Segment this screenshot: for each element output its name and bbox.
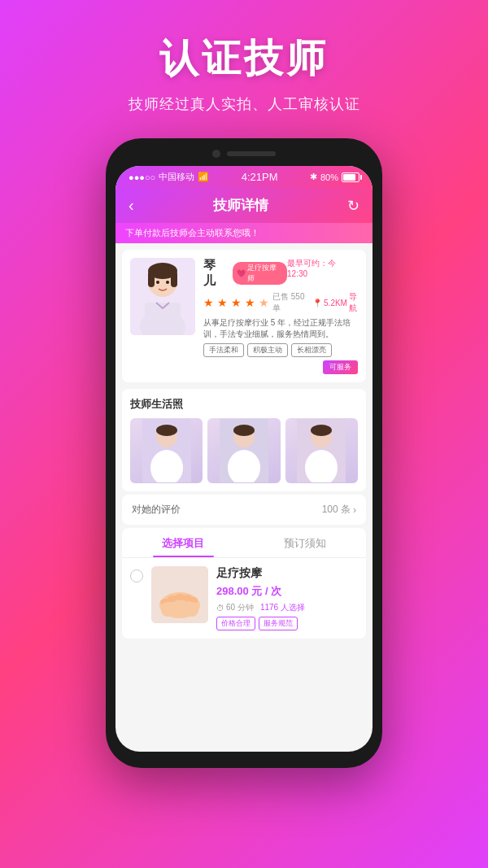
clock-icon: ⏱ [216, 604, 224, 613]
svg-point-7 [156, 281, 159, 284]
status-time: 4:21PM [242, 171, 278, 183]
tag-2: 长相漂亮 [291, 343, 332, 357]
star-3: ★ [231, 296, 242, 309]
reviews-count: 100 条 › [322, 503, 356, 517]
tech-description: 从事足疗按摩行业 5 年，经过正规手法培训，手法专业细腻，服务热情周到。 [203, 317, 358, 340]
star-4: ★ [245, 296, 255, 309]
distance-label: 📍 5.2KM 导航 [312, 291, 358, 314]
phone-frame: ●●●○○ 中国移动 📶 4:21PM ✱ 80% ‹ 技师详情 ↻ 下单付款后… [106, 138, 382, 768]
battery-pct: 80% [320, 172, 338, 182]
reviews-count-text: 100 条 [322, 503, 351, 517]
tech-card: 琴儿 💗 足疗按摩师 最早可约：今 12:30 ★ ★ ★ ★ ★ 已售 550… [122, 250, 366, 382]
status-right: ✱ 80% [310, 172, 359, 182]
phone-speaker [227, 151, 276, 156]
tab-booking-notice[interactable]: 预订须知 [244, 528, 366, 557]
life-photos-title: 技师生活照 [130, 397, 358, 412]
phone-screen: ●●●○○ 中国移动 📶 4:21PM ✱ 80% ‹ 技师详情 ↻ 下单付款后… [115, 166, 373, 752]
status-bar: ●●●○○ 中国移动 📶 4:21PM ✱ 80% [115, 166, 373, 188]
tab-select-project[interactable]: 选择项目 [122, 528, 244, 557]
sales-label: 已售 550 单 [272, 291, 309, 314]
wifi-icon: 📶 [198, 172, 209, 182]
tag-0: 手法柔和 [203, 343, 244, 357]
badge-icon: 💗 [237, 269, 246, 277]
service-info: 足疗按摩 298.00 元 / 次 ⏱ 60 分钟 1176 人选择 价格合理 … [216, 566, 358, 630]
photo-2[interactable] [207, 418, 280, 483]
tabs-row: 选择项目 预订须知 [122, 528, 366, 558]
service-radio[interactable] [130, 569, 143, 582]
marketing-section: 认证技师 技师经过真人实拍、人工审核认证 [0, 0, 488, 130]
service-tag-1: 服务规范 [259, 617, 298, 630]
tech-badge: 💗 足疗按摩师 [233, 262, 287, 285]
page-title: 技师详情 [213, 196, 268, 215]
life-photos-section: 技师生活照 [122, 389, 366, 491]
reviews-label: 对她的评价 [132, 503, 181, 517]
star-1: ★ [203, 296, 214, 309]
notice-banner: 下单付款后技师会主动联系您哦！ [115, 223, 373, 243]
svg-point-12 [156, 425, 177, 436]
tech-header: 琴儿 💗 足疗按摩师 最早可约：今 12:30 [203, 258, 358, 289]
service-duration: ⏱ 60 分钟 [216, 602, 254, 613]
tech-avatar-img [130, 258, 195, 335]
tab-select-project-label: 选择项目 [162, 537, 204, 549]
phone-notch [115, 150, 373, 158]
bluetooth-icon: ✱ [310, 172, 317, 182]
service-section: 足疗按摩 298.00 元 / 次 ⏱ 60 分钟 1176 人选择 价格合理 … [122, 558, 366, 639]
earliest-time: 最早可约：今 12:30 [287, 258, 358, 278]
service-image-svg [151, 566, 208, 623]
notice-text: 下单付款后技师会主动联系您哦！ [125, 228, 259, 238]
tag-1: 积极主动 [247, 343, 288, 357]
battery-fill [343, 174, 355, 181]
duration-text: 60 分钟 [226, 602, 254, 613]
tech-name-row: 琴儿 💗 足疗按摩师 [203, 258, 287, 289]
service-meta-row: ⏱ 60 分钟 1176 人选择 [216, 602, 358, 613]
service-tag-0: 价格合理 [216, 617, 255, 630]
stars-row: ★ ★ ★ ★ ★ 已售 550 单 📍 5.2KM 导航 [203, 291, 358, 314]
svg-point-16 [233, 425, 255, 436]
refresh-button[interactable]: ↻ [347, 197, 359, 215]
status-left: ●●●○○ 中国移动 📶 [129, 171, 209, 183]
star-2: ★ [217, 296, 228, 309]
svg-rect-28 [161, 602, 198, 617]
photo-1[interactable] [130, 418, 203, 483]
photo-1-img [142, 419, 191, 482]
photo-3-img [297, 419, 346, 482]
marketing-subtitle: 技师经过真人实拍、人工审核认证 [16, 94, 472, 114]
pin-icon: 📍 [312, 299, 322, 308]
service-image [151, 566, 208, 623]
service-price: 298.00 元 / 次 [216, 584, 281, 599]
tech-name: 琴儿 [203, 258, 228, 289]
badge-label: 足疗按摩师 [247, 263, 283, 284]
star-5: ★ [259, 296, 269, 309]
nav-bar: ‹ 技师详情 ↻ [115, 188, 373, 223]
back-button[interactable]: ‹ [129, 196, 134, 215]
reviews-arrow: › [353, 504, 356, 516]
svg-rect-6 [171, 271, 177, 287]
tag-available[interactable]: 可服务 [323, 360, 358, 374]
service-price-row: 298.00 元 / 次 [216, 584, 358, 599]
tech-info: 琴儿 💗 足疗按摩师 最早可约：今 12:30 ★ ★ ★ ★ ★ 已售 550… [203, 258, 358, 374]
service-item: 足疗按摩 298.00 元 / 次 ⏱ 60 分钟 1176 人选择 价格合理 … [130, 566, 358, 630]
tech-avatar [130, 258, 195, 335]
tech-tags: 手法柔和 积极主动 长相漂亮 可服务 [203, 343, 358, 374]
photo-3[interactable] [285, 418, 358, 483]
photos-grid [130, 418, 358, 483]
carrier-label: 中国移动 [159, 171, 194, 183]
service-orders: 1176 人选择 [260, 602, 305, 613]
svg-rect-2 [145, 303, 181, 331]
svg-rect-5 [148, 271, 155, 287]
service-name: 足疗按摩 [216, 566, 358, 581]
tab-booking-notice-label: 预订须知 [284, 537, 326, 549]
photo-2-img [220, 419, 268, 482]
marketing-title: 认证技师 [16, 33, 472, 85]
reviews-row[interactable]: 对她的评价 100 条 › [122, 495, 366, 525]
svg-point-20 [311, 425, 332, 436]
svg-point-8 [166, 281, 169, 284]
service-tags: 价格合理 服务规范 [216, 617, 358, 630]
battery-icon [342, 172, 359, 182]
phone-camera [212, 150, 220, 158]
signal-dots: ●●●○○ [129, 172, 155, 182]
